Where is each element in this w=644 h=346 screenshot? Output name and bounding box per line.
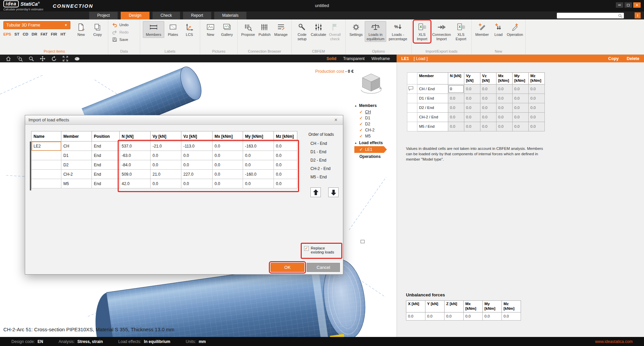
import-table-cell[interactable]: 0.0 xyxy=(181,151,213,160)
view-mode-solid[interactable]: Solid xyxy=(327,56,336,61)
import-table-cell[interactable]: End xyxy=(92,141,120,151)
import-table-cell[interactable] xyxy=(32,151,61,160)
calculate-button[interactable]: Calculate xyxy=(311,21,326,38)
order-of-loads-item[interactable]: CH - End xyxy=(310,139,331,148)
import-table-cell[interactable]: End xyxy=(92,160,120,170)
project-code-fir[interactable]: FIR xyxy=(51,32,57,36)
manage-button[interactable]: Manage xyxy=(273,21,289,38)
checkbox-checked-icon[interactable]: ✓ xyxy=(359,134,363,138)
checkbox-checked-icon[interactable]: ✓ xyxy=(359,128,363,132)
import-table-cell[interactable]: 0.0 xyxy=(243,160,274,170)
import-table-cell[interactable]: 0.0 xyxy=(213,160,243,170)
tree-members-header[interactable]: ▲ Members xyxy=(354,103,394,108)
clipping-plane-button[interactable] xyxy=(74,56,80,62)
save-button[interactable]: Save xyxy=(111,37,137,43)
overall-check-button[interactable]: Overall check xyxy=(327,21,343,42)
load-value-input[interactable] xyxy=(449,85,464,93)
tree-member-ch[interactable]: ✓CH xyxy=(354,109,394,115)
import-table-cell[interactable]: 0.0 xyxy=(274,160,297,170)
website-link[interactable]: www.ideastatica.com xyxy=(595,339,633,344)
import-table-cell[interactable]: CH xyxy=(61,141,92,151)
import-table-cell[interactable]: 0.0 xyxy=(274,170,297,179)
info-button[interactable]: i xyxy=(635,12,641,18)
import-table-cell[interactable]: 227.0 xyxy=(181,170,213,179)
rotate-button[interactable] xyxy=(51,56,57,62)
order-of-loads-item[interactable]: D1 - End xyxy=(310,148,331,156)
copy-load-button[interactable]: Copy xyxy=(608,56,619,61)
order-of-loads-item[interactable]: D2 - End xyxy=(310,156,331,165)
dialog-close-icon[interactable]: × xyxy=(332,117,340,123)
undo-button[interactable]: Undo xyxy=(111,22,137,28)
project-code-st[interactable]: ST xyxy=(14,32,19,36)
tree-member-ch-2[interactable]: ✓CH-2 xyxy=(354,127,394,133)
lcs-labels-button[interactable]: LCS xyxy=(182,21,197,38)
xls-import-button[interactable]: X XLS Import xyxy=(414,21,430,42)
import-table-cell[interactable] xyxy=(32,160,61,170)
comment-icon[interactable] xyxy=(408,86,414,91)
tab-report[interactable]: Report xyxy=(183,12,211,19)
minimize-button[interactable] xyxy=(616,2,623,8)
loads-in-equilibrium-button[interactable]: Loads in equilibrium xyxy=(365,21,386,42)
import-table-cell[interactable]: -63.0 xyxy=(120,151,151,160)
move-up-button[interactable] xyxy=(310,187,321,197)
import-table-cell[interactable] xyxy=(32,170,61,179)
import-table-cell[interactable]: 509.0 xyxy=(120,170,151,179)
new-member-button[interactable]: Member xyxy=(474,21,490,38)
import-table-cell[interactable]: 21.0 xyxy=(151,170,181,179)
import-table-cell[interactable]: End xyxy=(92,170,120,179)
checkbox-checked-icon[interactable]: ✓ xyxy=(359,122,363,126)
new-project-item-button[interactable]: New xyxy=(73,21,89,38)
import-table-cell[interactable]: D2 xyxy=(61,160,92,170)
view-mode-wireframe[interactable]: Wireframe xyxy=(371,56,390,61)
import-table-cell[interactable]: 537.0 xyxy=(120,141,151,151)
plates-labels-button[interactable]: Plates xyxy=(165,21,181,38)
import-table-cell[interactable]: 0.0 xyxy=(181,179,213,188)
home-view-button[interactable] xyxy=(5,56,11,62)
import-table-cell[interactable]: -113.0 xyxy=(181,141,213,151)
checkbox-checked-icon[interactable]: ✓ xyxy=(359,110,363,114)
settings-button[interactable]: Settings xyxy=(348,21,364,38)
zoom-button[interactable] xyxy=(28,56,34,62)
new-picture-button[interactable]: New xyxy=(203,21,218,38)
gallery-button[interactable]: Gallery xyxy=(219,21,235,38)
order-of-loads-item[interactable]: M5 - End xyxy=(310,173,331,181)
publish-button[interactable]: Publish xyxy=(257,21,272,38)
maximize-button[interactable] xyxy=(625,2,632,8)
close-button[interactable]: × xyxy=(633,2,641,8)
import-table-cell[interactable]: 0.0 xyxy=(151,160,181,170)
import-table-cell[interactable]: 0.0 xyxy=(151,179,181,188)
import-table-cell[interactable]: 0.0 xyxy=(243,179,274,188)
import-table-cell[interactable]: 0.0 xyxy=(274,141,297,151)
tree-member-d2[interactable]: ✓D2 xyxy=(354,121,394,127)
replace-existing-loads-checkbox[interactable]: ✓ Replace existing loads xyxy=(304,246,339,254)
tree-member-m5[interactable]: ✓M5 xyxy=(354,133,394,139)
cancel-button[interactable]: Cancel xyxy=(307,263,340,272)
import-table-cell[interactable]: 0.0 xyxy=(213,170,243,179)
import-table-cell[interactable]: 42.0 xyxy=(120,179,151,188)
move-down-button[interactable] xyxy=(328,187,339,197)
loads-percentage-button[interactable]: % Loads - percentage xyxy=(387,21,409,42)
tab-materials[interactable]: Materials xyxy=(214,12,247,19)
project-code-cd[interactable]: CD xyxy=(23,32,28,36)
delete-load-button[interactable]: Delete xyxy=(627,56,639,61)
checkbox-checked-icon[interactable]: ✓ xyxy=(359,148,363,152)
node-marker[interactable] xyxy=(361,240,364,243)
tab-project[interactable]: Project xyxy=(89,12,118,19)
import-table-cell[interactable]: 0.0 xyxy=(274,151,297,160)
load-value-cell[interactable] xyxy=(448,84,464,94)
tab-check[interactable]: Check xyxy=(153,12,180,19)
import-table-cell[interactable]: LE2 xyxy=(32,141,61,151)
import-table-cell[interactable]: D1 xyxy=(61,151,92,160)
import-table-cell[interactable]: -21.0 xyxy=(151,141,181,151)
tree-member-d1[interactable]: ✓D1 xyxy=(354,115,394,121)
connection-import-button[interactable]: Connection Import xyxy=(431,21,452,42)
search-input[interactable] xyxy=(557,13,618,18)
tree-load-effect-le1[interactable]: ✓ LE1 xyxy=(354,146,384,153)
import-table-cell[interactable]: 0.0 xyxy=(213,141,243,151)
copy-project-item-button[interactable]: Copy xyxy=(90,21,105,38)
tree-load-effects-header[interactable]: ▲ Load effects xyxy=(354,140,394,145)
zoom-fit-button[interactable] xyxy=(62,56,68,62)
import-table-cell[interactable]: CH-2 xyxy=(61,170,92,179)
redo-button[interactable]: Redo xyxy=(111,29,137,35)
import-table-cell[interactable]: 0.0 xyxy=(151,151,181,160)
